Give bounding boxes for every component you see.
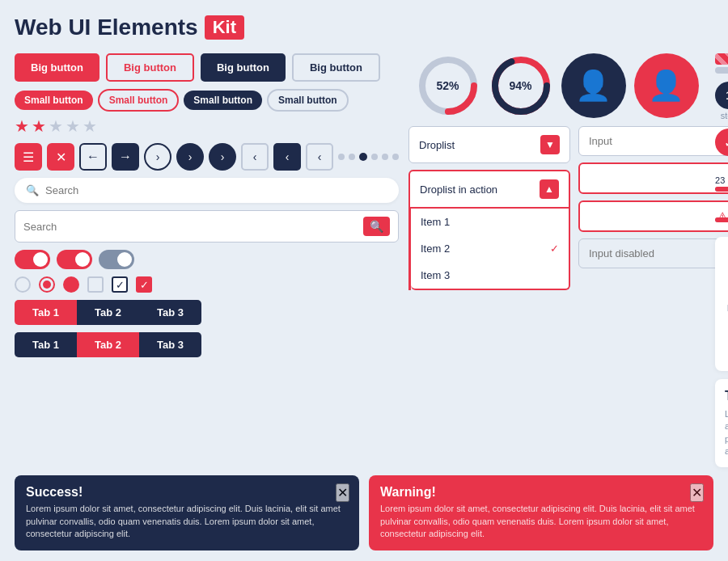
radio-empty[interactable] [15, 276, 31, 293]
step-1: 1 [715, 82, 728, 109]
chevron-left-outline2-button[interactable]: ‹ [306, 143, 333, 171]
search-input-bordered[interactable] [23, 221, 357, 233]
slider-section: 23 94 [715, 175, 728, 195]
search-pill: 🔍 [15, 178, 399, 203]
small-button-2[interactable]: Small button [98, 89, 180, 112]
donut-chart-1: 52% [416, 53, 480, 118]
tooltip-card: Tooltip Lorem ipsum dolor sit amet, cons… [715, 379, 728, 468]
dot-3[interactable] [371, 154, 378, 160]
toggle-on-2[interactable] [57, 250, 92, 269]
tab-1-1[interactable]: Tab 1 [15, 300, 77, 325]
menu-icon-button[interactable]: ☰ [15, 143, 42, 171]
slider-label-1: 23 [715, 175, 725, 185]
donut-chart-2: 94% [489, 53, 553, 118]
avatar-dark: 👤 [561, 53, 626, 118]
droplist-header[interactable]: Droplist ▼ [408, 126, 570, 163]
star-5[interactable]: ★ [83, 116, 97, 136]
droplist-item-2[interactable]: Item 2 ✓ [411, 235, 569, 262]
tooltip-title: Tooltip [725, 389, 728, 403]
big-button-4[interactable]: Big button [292, 53, 380, 82]
star-4[interactable]: ★ [66, 116, 80, 136]
page-title: Web UI Elements [15, 15, 198, 40]
droplist-item-3[interactable]: Item 3 [411, 262, 569, 289]
radio-checkbox-row: ✓ ✓ [15, 276, 399, 293]
search-icon-pill: 🔍 [26, 184, 39, 196]
droplist-item-1[interactable]: Item 1 [411, 209, 569, 235]
stepper-row-1: 1 step 2 step 3 step 4 step [715, 82, 728, 120]
big-buttons-row: Big button Big button Big button Big but… [15, 53, 399, 82]
droplist-action-header[interactable]: Droplist in action ▲ [408, 170, 570, 209]
big-button-1[interactable]: Big button [15, 53, 99, 82]
alert-success-text: Lorem ipsum dolor sit amet, consectetur … [26, 503, 348, 540]
alert-warning-title: Warning! [380, 485, 702, 500]
radio-dot[interactable] [39, 276, 55, 293]
checkbox-empty[interactable] [87, 276, 104, 293]
toggle-gray[interactable] [99, 250, 134, 269]
striped-progress-bar [715, 53, 728, 65]
checkbox-checked[interactable]: ✓ [112, 276, 128, 293]
toggle-on-1[interactable] [15, 250, 50, 269]
charts-row: 52% 94% 👤 [408, 53, 705, 118]
big-button-2[interactable]: Big button [106, 53, 194, 82]
arrow-left-icon-button[interactable]: ← [79, 143, 107, 171]
input-disabled [578, 238, 728, 268]
search-button[interactable]: 🔍 [363, 217, 390, 236]
arrow-right-icon-button[interactable]: → [112, 143, 139, 171]
tabs-row-1: Tab 1 Tab 2 Tab 3 [15, 300, 399, 325]
tab-2-2[interactable]: Tab 2 [77, 332, 139, 357]
alert-success-close[interactable]: ✕ [336, 483, 349, 502]
chevron-left-outline-button[interactable]: ‹ [241, 143, 269, 171]
small-button-4[interactable]: Small button [267, 89, 349, 112]
alert-success-title: Success! [26, 485, 348, 500]
dot-5[interactable] [392, 154, 399, 160]
user-icon-red: 👤 [648, 69, 684, 103]
input-error-field[interactable]: Input error [578, 200, 728, 232]
step-check-1: ✓ [715, 129, 728, 156]
alert-warning: ✕ Warning! Lorem ipsum dolor sit amet, c… [369, 475, 713, 550]
tab-1-2[interactable]: Tab 2 [77, 300, 139, 325]
checkmark-icon: ✓ [550, 243, 559, 255]
stepper-row-2: ✓ 2 step 3 step 4 step [715, 129, 728, 167]
input-normal[interactable] [578, 126, 728, 156]
droplist-items-list: Item 1 Item 2 ✓ Item 3 [411, 209, 570, 290]
big-button-3[interactable]: Big button [201, 53, 286, 82]
radio-filled[interactable] [63, 276, 79, 293]
tab-2-1[interactable]: Tab 1 [15, 332, 77, 357]
droplist-down-icon[interactable]: ▼ [540, 135, 560, 154]
small-button-3[interactable]: Small button [184, 91, 262, 110]
tabs-row-2: Tab 1 Tab 2 Tab 3 [15, 332, 399, 357]
star-2[interactable]: ★ [32, 116, 46, 136]
search-input-pill[interactable] [45, 184, 387, 196]
tab-1-3[interactable]: Tab 3 [139, 300, 201, 325]
dot-4[interactable] [382, 154, 388, 160]
dot-active[interactable] [359, 153, 367, 161]
alert-success: ✕ Success! Lorem ipsum dolor sit amet, c… [15, 475, 359, 550]
chevron-right-dark2-button[interactable]: › [209, 143, 236, 171]
chevron-left-dark-button[interactable]: ‹ [273, 143, 301, 171]
input-active[interactable]: Input in action [578, 162, 728, 194]
star-1[interactable]: ★ [15, 116, 29, 136]
close-icon-button[interactable]: ✕ [47, 143, 74, 171]
star-3[interactable]: ★ [49, 116, 63, 136]
check-icon: ✓ [116, 279, 125, 291]
kit-badge: Kit [205, 15, 244, 40]
alert-warning-text: Lorem ipsum dolor sit amet, consectetur … [380, 503, 702, 540]
page-title-section: Web UI Elements Kit [15, 15, 713, 40]
search-bordered: 🔍 [15, 210, 399, 243]
chevron-right-outline-button[interactable]: › [144, 143, 171, 171]
small-button-1[interactable]: Small button [15, 91, 93, 110]
input-error-wrap: Input error ⚠ [578, 200, 728, 232]
chevron-right-dark-button[interactable]: › [176, 143, 204, 171]
dot-2[interactable] [349, 154, 355, 160]
avatar-red: 👤 [634, 53, 699, 118]
pagination-dots [338, 153, 399, 161]
alert-warning-close[interactable]: ✕ [690, 483, 704, 502]
dot-1[interactable] [338, 154, 345, 160]
check-icon-red: ✓ [140, 279, 149, 291]
tab-2-3[interactable]: Tab 3 [139, 332, 201, 357]
star-rating[interactable]: ★ ★ ★ ★ ★ [15, 116, 97, 136]
droplist-up-icon[interactable]: ▲ [540, 179, 559, 199]
checkbox-red[interactable]: ✓ [136, 276, 152, 293]
droplist-action-label: Droplist in action [420, 183, 497, 196]
droplist-label: Droplist [419, 139, 455, 151]
